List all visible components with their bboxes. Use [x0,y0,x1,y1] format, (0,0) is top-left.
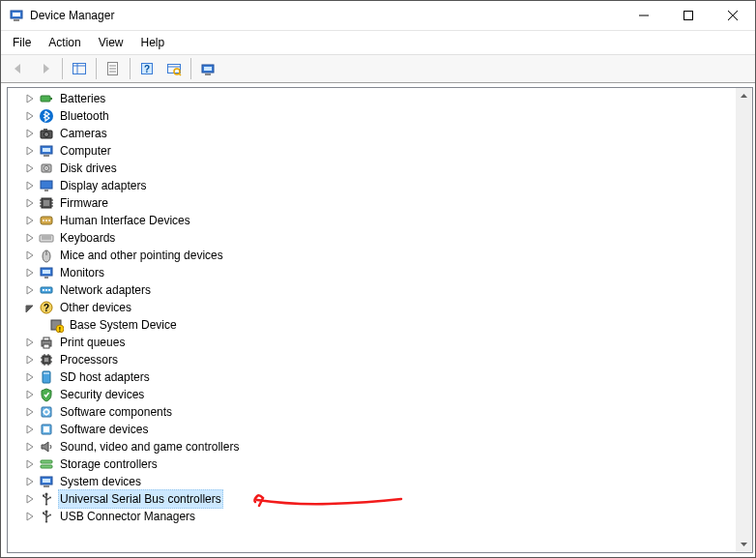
tree-node[interactable]: Base System Device [15,316,736,334]
tree-node[interactable]: USB Connector Managers [15,508,736,525]
menu-view[interactable]: View [91,34,131,51]
show-hide-console-tree-button[interactable] [67,56,92,81]
tree-node[interactable]: SD host adapters [15,368,736,386]
expand-icon[interactable] [23,144,37,158]
expand-icon[interactable] [23,405,37,419]
expand-icon [33,318,46,332]
tree-node-label: Sound, video and game controllers [58,438,241,455]
tree-node[interactable]: Batteries [15,90,736,107]
titlebar[interactable]: Device Manager [1,1,755,31]
expand-icon[interactable] [23,214,37,227]
tree-node[interactable]: Computer [15,142,736,160]
window-title: Device Manager [30,9,114,22]
add-legacy-hardware-button[interactable] [195,56,220,81]
tree-node-label: Human Interface Devices [58,212,192,229]
help-button[interactable]: ? [134,56,160,81]
expand-icon[interactable] [23,266,37,279]
scroll-down-button[interactable] [736,536,752,552]
scroll-track[interactable] [736,104,752,536]
expand-icon[interactable] [23,353,37,367]
tree-node[interactable]: Security devices [15,386,736,403]
tree-node[interactable]: Display adapters [15,177,736,194]
expand-icon[interactable] [23,196,37,210]
vertical-scrollbar[interactable] [736,88,752,552]
tree-node-label: Mice and other pointing devices [58,247,225,264]
hid-icon [39,213,54,228]
tree-node[interactable]: System devices [15,473,736,490]
security-icon [39,387,54,402]
tree-node-label: SD host adapters [58,368,152,386]
expand-icon[interactable] [23,231,37,245]
expand-icon[interactable] [23,249,37,262]
tree-node[interactable]: Sound, video and game controllers [15,438,736,455]
tree-node[interactable]: Print queues [15,334,736,351]
tree-node[interactable]: Monitors [15,264,736,281]
softdev-icon [39,422,54,437]
minimize-button[interactable] [622,1,666,30]
tree-node[interactable]: Processors [15,351,736,368]
tree-node-label: Network adapters [58,281,153,299]
tree-node[interactable]: Human Interface Devices [15,212,736,229]
softcomp-icon [39,404,54,420]
device-tree[interactable]: BatteriesBluetoothCamerasComputerDisk dr… [8,88,736,552]
expand-icon[interactable] [23,492,37,506]
tree-node-label: Software components [58,403,174,421]
tree-node[interactable]: Software components [15,403,736,421]
tree-node-label: Bluetooth [58,107,111,125]
tree-node[interactable]: Bluetooth [15,107,736,125]
toolbar-separator [62,58,63,79]
tree-node-label: Base System Device [68,316,179,334]
expand-icon[interactable] [23,457,37,471]
svg-rect-2 [13,13,20,16]
expand-icon[interactable] [23,127,37,140]
menu-help[interactable]: Help [133,34,173,51]
toolbar-separator [190,58,191,79]
firmware-icon [39,195,54,211]
tree-node[interactable]: Software devices [15,421,736,438]
tree-node[interactable]: Network adapters [15,281,736,299]
expand-icon[interactable] [23,423,37,436]
tree-node-label: Batteries [58,90,107,107]
menu-action[interactable]: Action [41,34,88,51]
app-icon [9,8,24,23]
tree-node[interactable]: Storage controllers [15,455,736,473]
scan-hardware-button[interactable] [161,56,187,81]
tree-node[interactable]: Keyboards [15,229,736,247]
collapse-icon[interactable] [23,301,37,314]
expand-icon[interactable] [23,440,37,454]
expand-icon[interactable] [23,92,37,105]
tree-panel: BatteriesBluetoothCamerasComputerDisk dr… [7,87,753,553]
expand-icon[interactable] [23,510,37,523]
expand-icon[interactable] [23,475,37,488]
tree-node-label: Disk drives [58,160,119,177]
expand-icon[interactable] [23,162,37,175]
tree-node-label: Monitors [58,264,106,281]
expand-icon[interactable] [23,109,37,123]
tree-node[interactable]: Firmware [15,194,736,212]
menu-file[interactable]: File [5,34,39,51]
properties-button[interactable] [101,56,126,81]
maximize-button[interactable] [666,1,711,30]
expand-icon[interactable] [23,336,37,349]
svg-rect-22 [204,67,212,71]
tree-node[interactable]: Cameras [15,125,736,142]
tree-node[interactable]: Universal Serial Bus controllers [15,490,736,508]
tree-node[interactable]: Mice and other pointing devices [15,247,736,264]
scroll-up-button[interactable] [736,88,752,104]
expand-icon[interactable] [23,179,37,192]
close-button[interactable] [711,1,755,30]
svg-text:?: ? [144,64,150,74]
mouse-icon [39,248,54,263]
battery-icon [39,91,54,106]
expand-icon[interactable] [23,283,37,297]
back-button [6,56,31,81]
cpu-icon [39,352,54,367]
svg-rect-4 [684,12,693,20]
expand-icon[interactable] [23,370,37,384]
svg-rect-7 [73,64,86,74]
expand-icon[interactable] [23,388,37,401]
storage-icon [39,456,54,472]
tree-node[interactable]: Disk drives [15,160,736,177]
tree-node[interactable]: Other devices [15,299,736,316]
monitor-icon [39,265,54,280]
